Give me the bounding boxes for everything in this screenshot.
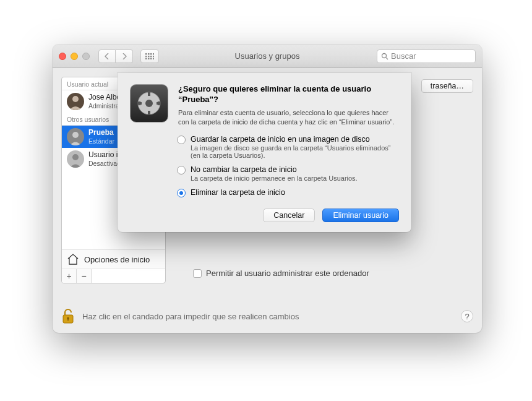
- option-label: Guardar la carpeta de inicio en una imag…: [191, 135, 399, 144]
- svg-point-16: [72, 154, 79, 160]
- search-placeholder: Buscar: [391, 51, 416, 61]
- admin-checkbox[interactable]: [193, 269, 202, 278]
- radio-button[interactable]: [177, 189, 186, 197]
- sheet-title: ¿Seguro que quieres eliminar la cuenta d…: [178, 84, 399, 105]
- svg-rect-1: [148, 53, 150, 55]
- svg-rect-7: [153, 56, 154, 58]
- option-label: No cambiar la carpeta de inicio: [191, 165, 358, 174]
- user-role: Desactivad: [88, 160, 121, 167]
- avatar: [67, 150, 84, 168]
- user-role: Administra: [88, 102, 121, 110]
- admin-checkbox-label: Permitir al usuario administrar este ord…: [206, 269, 369, 278]
- titlebar: Usuarios y grupos Buscar: [53, 45, 482, 68]
- svg-point-14: [72, 96, 79, 102]
- avatar: [67, 128, 84, 145]
- sheet-description: Para eliminar esta cuenta de usuario, se…: [178, 108, 399, 127]
- svg-rect-19: [67, 318, 69, 321]
- svg-rect-2: [150, 53, 152, 55]
- svg-rect-5: [148, 56, 150, 58]
- svg-line-13: [386, 58, 388, 59]
- zoom-window-button[interactable]: [82, 53, 90, 60]
- nav-buttons: [98, 50, 133, 63]
- startup-options-label: Opciones de inicio: [84, 255, 150, 264]
- house-icon: [67, 254, 79, 265]
- svg-rect-4: [145, 56, 147, 58]
- user-name: Prueba: [88, 129, 114, 137]
- cancel-button[interactable]: Cancelar: [263, 209, 315, 222]
- option-subtext: La imagen de disco se guarda en la carpe…: [191, 144, 399, 159]
- svg-rect-22: [148, 92, 150, 96]
- svg-rect-23: [148, 111, 150, 114]
- traffic-lights: [59, 53, 90, 60]
- option-subtext: La carpeta de inicio permanece en la car…: [191, 175, 358, 182]
- delete-user-sheet: ¿Seguro que quieres eliminar la cuenta d…: [118, 73, 411, 232]
- user-role: Estándar: [88, 137, 114, 145]
- svg-rect-3: [153, 53, 154, 55]
- search-input[interactable]: Buscar: [377, 50, 476, 63]
- option-label: Eliminar la carpeta de inicio: [191, 188, 285, 197]
- option-keep-home[interactable]: No cambiar la carpeta de inicio La carpe…: [177, 165, 399, 182]
- svg-rect-10: [150, 58, 152, 59]
- forward-button[interactable]: [116, 50, 133, 63]
- confirm-delete-button[interactable]: Eliminar usuario: [322, 209, 399, 222]
- user-name: Usuario i: [88, 151, 121, 160]
- radio-button[interactable]: [177, 136, 186, 144]
- padlock-open-icon[interactable]: [61, 308, 75, 324]
- svg-rect-9: [148, 58, 150, 59]
- svg-point-12: [382, 53, 387, 58]
- search-icon: [381, 53, 388, 60]
- svg-rect-8: [145, 58, 147, 59]
- avatar: [67, 93, 84, 110]
- svg-rect-0: [145, 53, 147, 55]
- svg-point-21: [145, 100, 153, 107]
- back-button[interactable]: [98, 50, 116, 63]
- radio-button[interactable]: [177, 166, 186, 175]
- user-name: Jose Albe: [88, 93, 121, 102]
- svg-rect-11: [153, 58, 154, 59]
- option-save-dmg[interactable]: Guardar la carpeta de inicio en una imag…: [177, 135, 399, 159]
- show-all-button[interactable]: [140, 50, 159, 63]
- minimize-window-button[interactable]: [71, 53, 78, 60]
- option-delete-home[interactable]: Eliminar la carpeta de inicio: [177, 188, 399, 197]
- lock-row: Haz clic en el candado para impedir que …: [61, 308, 473, 324]
- svg-point-15: [72, 132, 79, 138]
- admin-checkbox-row[interactable]: Permitir al usuario administrar este ord…: [193, 269, 369, 278]
- add-user-button[interactable]: +: [62, 269, 77, 283]
- remove-user-button[interactable]: −: [77, 269, 92, 283]
- help-button[interactable]: ?: [461, 310, 473, 322]
- svg-rect-6: [150, 56, 152, 58]
- lock-hint: Haz clic en el candado para impedir que …: [82, 312, 299, 321]
- change-password-button[interactable]: traseña…: [421, 79, 473, 93]
- gear-icon: [130, 84, 168, 123]
- startup-options-button[interactable]: Opciones de inicio: [62, 250, 165, 269]
- close-window-button[interactable]: [59, 53, 66, 60]
